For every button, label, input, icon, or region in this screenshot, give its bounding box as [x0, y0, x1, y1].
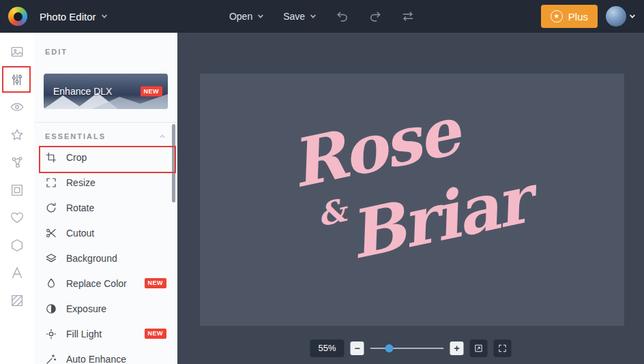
essentials-menu: Crop Resize Rotate Cutout Background [34, 145, 177, 364]
menu-item-rotate[interactable]: Rotate [34, 195, 177, 220]
menu-item-resize[interactable]: Resize [34, 170, 177, 195]
content: EDIT Enhance DLX NEW ESSENTIALS Crop [0, 33, 644, 364]
menu-item-exposure[interactable]: Exposure [34, 296, 177, 321]
exposure-icon [45, 303, 57, 315]
fill-light-icon [45, 328, 57, 340]
redo-icon[interactable] [368, 10, 382, 23]
letter-a-icon [10, 265, 25, 280]
rail-item-artsy[interactable] [0, 121, 34, 149]
zoom-slider[interactable] [370, 339, 444, 357]
menu-item-cutout[interactable]: Cutout [34, 220, 177, 245]
menu-item-label: Replace Color [66, 278, 127, 289]
topbar: Photo Editor Open Save ★ Plus [0, 0, 644, 33]
hexagon-icon [10, 238, 25, 253]
plus-button-label: Plus [568, 11, 588, 22]
menu-item-label: Auto Enhance [66, 354, 126, 364]
chevron-down-icon [629, 13, 636, 20]
rail-item-textures[interactable] [0, 287, 34, 315]
open-menu[interactable]: Open [229, 11, 264, 22]
zoom-slider-thumb[interactable] [385, 344, 394, 352]
heart-icon [10, 210, 25, 225]
plus-upgrade-button[interactable]: ★ Plus [541, 5, 598, 28]
app-title-menu[interactable]: Photo Editor [40, 11, 108, 22]
rail-item-overlays[interactable] [0, 204, 34, 232]
menu-item-label: Exposure [66, 303, 106, 314]
rail-item-edit[interactable] [0, 66, 34, 94]
edit-panel: EDIT Enhance DLX NEW ESSENTIALS Crop [34, 33, 177, 364]
zoom-in-button[interactable]: + [450, 342, 464, 355]
account-menu[interactable] [606, 6, 636, 27]
star-icon [10, 127, 25, 142]
new-badge: NEW [145, 278, 167, 288]
droplet-icon [45, 277, 57, 290]
fullscreen-button[interactable] [494, 339, 512, 357]
menu-item-label: Fill Light [66, 329, 102, 339]
chevron-down-icon [310, 13, 317, 20]
rail-item-touchup[interactable] [0, 149, 34, 177]
pattern-icon [10, 293, 25, 308]
panel-scrollbar[interactable] [172, 124, 175, 202]
tool-rail [0, 33, 34, 364]
banner-title: Enhance DLX [53, 86, 112, 97]
chevron-up-icon [158, 132, 166, 140]
save-label: Save [283, 11, 305, 22]
rail-item-text[interactable] [0, 259, 34, 287]
fit-screen-button[interactable] [470, 339, 488, 357]
magic-wand-icon [45, 353, 57, 364]
menu-item-label: Cutout [66, 228, 94, 239]
menu-item-label: Background [66, 253, 117, 264]
zoom-toolbar: 55% − + [310, 339, 511, 357]
undo-icon[interactable] [336, 10, 349, 23]
rail-item-frames[interactable] [0, 177, 34, 204]
scissors-icon [45, 227, 57, 239]
panel-title: EDIT [45, 48, 177, 56]
topbar-center-group: Open Save [229, 0, 415, 33]
chevron-down-icon [257, 13, 264, 20]
fullscreen-icon [498, 344, 508, 353]
image-icon [10, 44, 25, 59]
zoom-out-button[interactable]: − [351, 342, 364, 355]
essentials-section-header[interactable]: ESSENTIALS [34, 128, 177, 145]
sliders-icon [10, 72, 25, 87]
menu-item-label: Crop [66, 152, 87, 163]
section-title: ESSENTIALS [45, 132, 106, 140]
rail-item-photos[interactable] [0, 38, 34, 66]
compare-icon[interactable] [401, 10, 415, 23]
new-badge: NEW [145, 329, 167, 339]
app-title: Photo Editor [40, 11, 96, 22]
artwork-text: Rose & Briar [281, 85, 544, 300]
frame-icon [10, 183, 25, 198]
layers-icon [45, 252, 57, 264]
canvas-area: Rose & Briar 55% − + [177, 33, 644, 364]
zoom-level: 55% [310, 339, 344, 357]
rotate-icon [45, 202, 57, 214]
crop-icon [45, 151, 57, 164]
menu-item-label: Rotate [66, 202, 94, 213]
enhance-dlx-banner[interactable]: Enhance DLX NEW [44, 74, 168, 109]
expand-icon [474, 344, 484, 353]
rail-item-effects[interactable] [0, 93, 34, 121]
avatar [606, 6, 626, 27]
chevron-down-icon [101, 13, 108, 20]
resize-icon [45, 177, 57, 189]
topbar-right-group: ★ Plus [541, 5, 636, 28]
panel-divider [34, 122, 177, 123]
menu-item-auto-enhance[interactable]: Auto Enhance [34, 346, 177, 364]
star-icon: ★ [551, 10, 563, 22]
save-menu[interactable]: Save [283, 11, 317, 22]
menu-item-fill-light[interactable]: Fill Light NEW [34, 321, 177, 346]
new-badge: NEW [141, 87, 163, 97]
nodes-icon [10, 155, 25, 170]
menu-item-label: Resize [66, 177, 96, 188]
zoom-slider-track [370, 348, 444, 349]
eye-icon [10, 100, 25, 115]
menu-item-crop[interactable]: Crop [34, 145, 177, 170]
rail-item-graphics[interactable] [0, 232, 34, 260]
menu-item-replace-color[interactable]: Replace Color NEW [34, 271, 177, 296]
photo-editor-app: Photo Editor Open Save ★ Plus [0, 0, 644, 364]
image-canvas[interactable]: Rose & Briar [200, 74, 624, 326]
app-logo-icon[interactable] [8, 7, 27, 26]
menu-item-background[interactable]: Background [34, 245, 177, 271]
open-label: Open [229, 11, 252, 22]
